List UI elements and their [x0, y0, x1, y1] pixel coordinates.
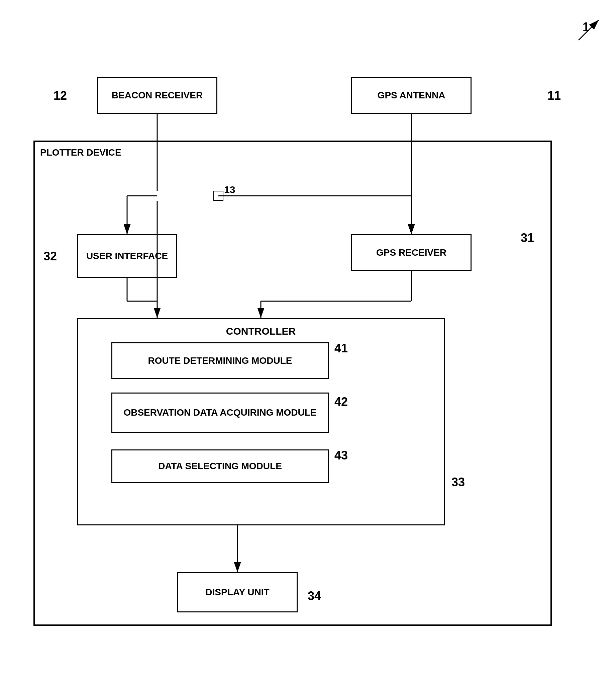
beacon-receiver-box: BEACON RECEIVER [97, 77, 217, 114]
data-selecting-box: DATA SELECTING MODULE [111, 449, 329, 483]
plotter-device-label: PLOTTER DEVICE [40, 147, 122, 158]
display-unit-box: DISPLAY UNIT [177, 572, 298, 612]
ref-42: 42 [334, 395, 348, 409]
ref-11: 11 [547, 89, 561, 103]
controller-label: CONTROLLER [78, 326, 444, 337]
ref-33: 33 [451, 475, 465, 489]
diagram: 1 BEACON RECEIVER 12 GPS ANTENNA 11 PLOT… [0, 0, 616, 679]
controller-box: CONTROLLER ROUTE DETERMINING MODULE OBSE… [77, 318, 445, 525]
ref-13: 13 [224, 184, 235, 195]
ref-43: 43 [334, 448, 348, 462]
user-interface-box: USER INTERFACE [77, 234, 177, 278]
ref-32: 32 [43, 249, 57, 263]
gps-antenna-box: GPS ANTENNA [351, 77, 472, 114]
ref-31: 31 [521, 231, 534, 245]
observation-data-box: OBSERVATION DATA ACQUIRING MODULE [111, 392, 329, 433]
ref-41: 41 [334, 341, 348, 355]
ref-1: 1 [583, 20, 589, 34]
gps-receiver-box: GPS RECEIVER [351, 234, 472, 271]
route-determining-box: ROUTE DETERMINING MODULE [111, 342, 329, 379]
junction-box [213, 191, 224, 201]
ref-12: 12 [54, 89, 67, 103]
ref-34: 34 [308, 589, 321, 603]
